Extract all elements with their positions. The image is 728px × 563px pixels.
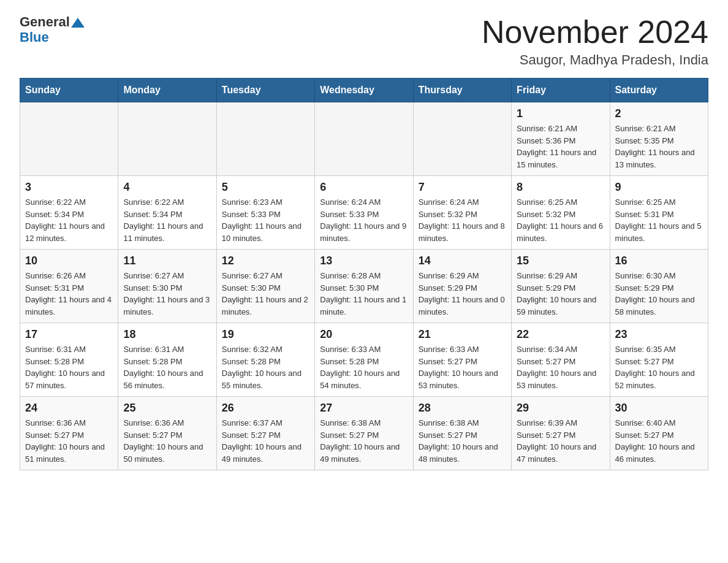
calendar-cell (216, 102, 314, 176)
day-number: 6 (320, 181, 408, 194)
day-number: 9 (615, 181, 703, 194)
day-info: Sunrise: 6:38 AM Sunset: 5:27 PM Dayligh… (320, 417, 408, 465)
calendar-cell: 11Sunrise: 6:27 AM Sunset: 5:30 PM Dayli… (118, 250, 216, 323)
calendar-cell (20, 102, 118, 176)
col-header-sunday: Sunday (20, 79, 118, 102)
day-number: 30 (615, 402, 703, 415)
day-number: 19 (222, 328, 309, 341)
day-info: Sunrise: 6:30 AM Sunset: 5:29 PM Dayligh… (615, 270, 703, 318)
page-header: General Blue November 2024 Saugor, Madhy… (20, 15, 708, 68)
calendar-week-row: 17Sunrise: 6:31 AM Sunset: 5:28 PM Dayli… (20, 323, 708, 397)
day-info: Sunrise: 6:34 AM Sunset: 5:27 PM Dayligh… (517, 343, 604, 391)
day-number: 7 (419, 181, 506, 194)
col-header-saturday: Saturday (610, 79, 708, 102)
calendar-cell (413, 102, 511, 176)
day-info: Sunrise: 6:24 AM Sunset: 5:33 PM Dayligh… (320, 196, 408, 244)
calendar-header-row: SundayMondayTuesdayWednesdayThursdayFrid… (20, 79, 708, 102)
day-info: Sunrise: 6:39 AM Sunset: 5:27 PM Dayligh… (517, 417, 604, 465)
calendar-cell: 13Sunrise: 6:28 AM Sunset: 5:30 PM Dayli… (315, 250, 413, 323)
calendar-cell: 21Sunrise: 6:33 AM Sunset: 5:27 PM Dayli… (413, 323, 511, 397)
day-number: 23 (615, 328, 703, 341)
day-number: 12 (222, 255, 309, 267)
day-info: Sunrise: 6:23 AM Sunset: 5:33 PM Dayligh… (222, 196, 309, 244)
calendar-cell: 7Sunrise: 6:24 AM Sunset: 5:32 PM Daylig… (413, 176, 511, 250)
day-number: 20 (320, 328, 408, 341)
day-number: 29 (517, 402, 604, 415)
main-title: November 2024 (482, 15, 708, 50)
day-info: Sunrise: 6:31 AM Sunset: 5:28 PM Dayligh… (123, 343, 211, 391)
calendar-cell: 10Sunrise: 6:26 AM Sunset: 5:31 PM Dayli… (20, 250, 118, 323)
day-info: Sunrise: 6:33 AM Sunset: 5:27 PM Dayligh… (419, 343, 506, 391)
day-number: 22 (517, 328, 604, 341)
calendar-cell: 8Sunrise: 6:25 AM Sunset: 5:32 PM Daylig… (512, 176, 610, 250)
day-info: Sunrise: 6:31 AM Sunset: 5:28 PM Dayligh… (25, 343, 113, 391)
title-block: November 2024 Saugor, Madhya Pradesh, In… (482, 15, 708, 68)
calendar-cell: 17Sunrise: 6:31 AM Sunset: 5:28 PM Dayli… (20, 323, 118, 397)
calendar-cell: 5Sunrise: 6:23 AM Sunset: 5:33 PM Daylig… (216, 176, 314, 250)
day-number: 18 (123, 328, 211, 341)
day-number: 15 (517, 255, 604, 267)
svg-marker-0 (71, 18, 85, 28)
calendar-cell: 23Sunrise: 6:35 AM Sunset: 5:27 PM Dayli… (610, 323, 708, 397)
subtitle: Saugor, Madhya Pradesh, India (482, 52, 708, 68)
day-info: Sunrise: 6:29 AM Sunset: 5:29 PM Dayligh… (517, 270, 604, 318)
day-info: Sunrise: 6:22 AM Sunset: 5:34 PM Dayligh… (123, 196, 211, 244)
calendar-cell: 22Sunrise: 6:34 AM Sunset: 5:27 PM Dayli… (512, 323, 610, 397)
day-number: 4 (123, 181, 211, 194)
day-number: 13 (320, 255, 408, 267)
day-info: Sunrise: 6:21 AM Sunset: 5:35 PM Dayligh… (615, 123, 703, 170)
day-number: 27 (320, 402, 408, 415)
calendar-week-row: 24Sunrise: 6:36 AM Sunset: 5:27 PM Dayli… (20, 397, 708, 470)
col-header-monday: Monday (118, 79, 216, 102)
day-info: Sunrise: 6:27 AM Sunset: 5:30 PM Dayligh… (222, 270, 309, 318)
calendar-cell: 14Sunrise: 6:29 AM Sunset: 5:29 PM Dayli… (413, 250, 511, 323)
calendar-cell: 15Sunrise: 6:29 AM Sunset: 5:29 PM Dayli… (512, 250, 610, 323)
day-number: 16 (615, 255, 703, 267)
calendar-table: SundayMondayTuesdayWednesdayThursdayFrid… (20, 78, 708, 470)
calendar-cell: 26Sunrise: 6:37 AM Sunset: 5:27 PM Dayli… (216, 397, 314, 470)
day-number: 3 (25, 181, 113, 194)
day-number: 28 (419, 402, 506, 415)
day-number: 14 (419, 255, 506, 267)
calendar-cell (118, 102, 216, 176)
day-number: 11 (123, 255, 211, 267)
calendar-cell: 4Sunrise: 6:22 AM Sunset: 5:34 PM Daylig… (118, 176, 216, 250)
col-header-thursday: Thursday (413, 79, 511, 102)
day-info: Sunrise: 6:37 AM Sunset: 5:27 PM Dayligh… (222, 417, 309, 465)
calendar-cell: 27Sunrise: 6:38 AM Sunset: 5:27 PM Dayli… (315, 397, 413, 470)
logo-general: General (20, 15, 70, 29)
day-info: Sunrise: 6:24 AM Sunset: 5:32 PM Dayligh… (419, 196, 506, 244)
day-info: Sunrise: 6:33 AM Sunset: 5:28 PM Dayligh… (320, 343, 408, 391)
day-number: 10 (25, 255, 113, 267)
day-info: Sunrise: 6:40 AM Sunset: 5:27 PM Dayligh… (615, 417, 703, 465)
day-info: Sunrise: 6:36 AM Sunset: 5:27 PM Dayligh… (25, 417, 113, 465)
day-info: Sunrise: 6:26 AM Sunset: 5:31 PM Dayligh… (25, 270, 113, 318)
day-number: 25 (123, 402, 211, 415)
calendar-cell: 6Sunrise: 6:24 AM Sunset: 5:33 PM Daylig… (315, 176, 413, 250)
day-number: 26 (222, 402, 309, 415)
day-info: Sunrise: 6:28 AM Sunset: 5:30 PM Dayligh… (320, 270, 408, 318)
calendar-cell: 20Sunrise: 6:33 AM Sunset: 5:28 PM Dayli… (315, 323, 413, 397)
calendar-cell: 28Sunrise: 6:38 AM Sunset: 5:27 PM Dayli… (413, 397, 511, 470)
day-number: 1 (517, 107, 604, 120)
calendar-cell (315, 102, 413, 176)
calendar-cell: 2Sunrise: 6:21 AM Sunset: 5:35 PM Daylig… (610, 102, 708, 176)
day-info: Sunrise: 6:21 AM Sunset: 5:36 PM Dayligh… (517, 123, 604, 170)
day-info: Sunrise: 6:25 AM Sunset: 5:31 PM Dayligh… (615, 196, 703, 244)
day-number: 8 (517, 181, 604, 194)
day-info: Sunrise: 6:35 AM Sunset: 5:27 PM Dayligh… (615, 343, 703, 391)
day-info: Sunrise: 6:29 AM Sunset: 5:29 PM Dayligh… (419, 270, 506, 318)
day-number: 21 (419, 328, 506, 341)
logo: General Blue (20, 15, 85, 45)
calendar-cell: 25Sunrise: 6:36 AM Sunset: 5:27 PM Dayli… (118, 397, 216, 470)
day-info: Sunrise: 6:22 AM Sunset: 5:34 PM Dayligh… (25, 196, 113, 244)
calendar-cell: 29Sunrise: 6:39 AM Sunset: 5:27 PM Dayli… (512, 397, 610, 470)
day-number: 17 (25, 328, 113, 341)
logo-triangle-icon (71, 17, 85, 29)
logo-blue: Blue (20, 29, 49, 45)
day-info: Sunrise: 6:32 AM Sunset: 5:28 PM Dayligh… (222, 343, 309, 391)
day-info: Sunrise: 6:27 AM Sunset: 5:30 PM Dayligh… (123, 270, 211, 318)
calendar-cell: 19Sunrise: 6:32 AM Sunset: 5:28 PM Dayli… (216, 323, 314, 397)
calendar-cell: 24Sunrise: 6:36 AM Sunset: 5:27 PM Dayli… (20, 397, 118, 470)
day-info: Sunrise: 6:36 AM Sunset: 5:27 PM Dayligh… (123, 417, 211, 465)
